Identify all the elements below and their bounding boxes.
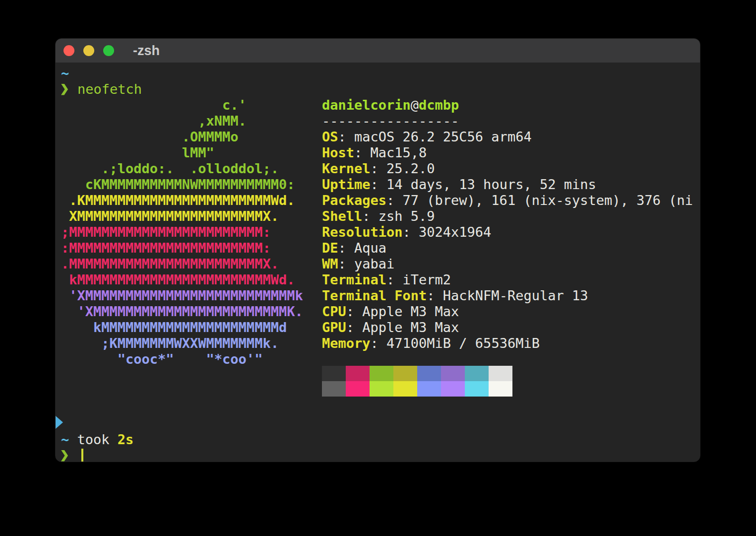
neofetch-ascii-art: c.' ,xNMM. .OMMMMo lMM" .;loddo:. .ollod… <box>61 97 303 367</box>
prompt-chevron-icon <box>61 450 68 462</box>
neofetch-info: danielcorin@dcmbp ----------------- OS: … <box>322 97 698 351</box>
prompt-path: ~ <box>61 66 69 81</box>
info-value: : Aqua <box>338 240 387 256</box>
info-label: Uptime <box>322 177 371 192</box>
at-sign: @ <box>411 97 419 113</box>
info-separator: ----------------- <box>322 113 698 129</box>
info-label: Packages <box>322 193 386 208</box>
user-host-line: danielcorin@dcmbp <box>322 97 698 113</box>
info-value: : zsh 5.9 <box>362 208 435 224</box>
palette-swatch <box>417 366 441 381</box>
info-row: Terminal Font: HackNFM-Regular 13 <box>322 288 698 304</box>
terminal-screen[interactable]: ~ neofetch c.' ,xNMM. .OMMMMo lMM" .;lod… <box>56 63 700 462</box>
info-value: : macOS 26.2 25C56 arm64 <box>338 129 532 144</box>
palette-swatch <box>322 366 346 381</box>
info-row: CPU: Apple M3 Max <box>322 304 698 320</box>
duration-value: 2s <box>118 432 134 447</box>
info-value: : 47100MiB / 65536MiB <box>371 335 540 351</box>
palette-swatch <box>346 381 370 397</box>
info-label: DE <box>322 240 338 256</box>
info-rows: OS: macOS 26.2 25C56 arm64Host: Mac15,8K… <box>322 129 698 351</box>
info-label: Terminal Font <box>322 288 427 303</box>
terminal-window: -zsh ~ neofetch c.' ,xNMM. .OMMMMo lMM" … <box>56 39 700 462</box>
info-row: Shell: zsh 5.9 <box>322 208 698 224</box>
info-value: : HackNFM-Regular 13 <box>427 288 588 303</box>
window-title: -zsh <box>133 39 160 63</box>
palette-swatch <box>393 366 417 381</box>
current-prompt-line <box>61 448 83 462</box>
close-button[interactable] <box>63 45 74 56</box>
info-label: Host <box>322 145 354 160</box>
hostname: dcmbp <box>419 97 459 113</box>
palette-swatch <box>441 381 465 397</box>
info-value: : iTerm2 <box>386 272 451 287</box>
info-row: Host: Mac15,8 <box>322 145 698 161</box>
palette-swatch <box>322 381 346 397</box>
info-value: : 3024x1964 <box>403 224 492 240</box>
art-line: XMMMMMMMMMMMMMMMMMMMMMMMX. <box>61 208 303 224</box>
info-row: Kernel: 25.2.0 <box>322 161 698 177</box>
info-value: : 14 days, 13 hours, 52 mins <box>371 177 596 192</box>
art-line: kMMMMMMMMMMMMMMMMMMMMMMMMWd. <box>61 272 303 288</box>
prompt-chevron-icon <box>61 84 68 95</box>
info-label: Terminal <box>322 272 386 287</box>
text-cursor <box>81 449 83 462</box>
art-line: kMMMMMMMMMMMMMMMMMMMMMMd <box>61 320 303 335</box>
command-mark-icon <box>56 416 63 429</box>
art-line: .MMMMMMMMMMMMMMMMMMMMMMMMX. <box>61 256 303 272</box>
art-line: lMM" <box>61 145 303 161</box>
info-value: : Mac15,8 <box>354 145 427 160</box>
palette-swatch <box>346 366 370 381</box>
info-label: Kernel <box>322 161 371 176</box>
info-row: Packages: 77 (brew), 161 (nix-system), 3… <box>322 193 698 208</box>
art-line: c.' <box>61 97 303 113</box>
art-line: ;KMMMMMMMWXXWMMMMMMMk. <box>61 335 303 351</box>
art-line: cKMMMMMMMMMMNWMMMMMMMMMM0: <box>61 177 303 193</box>
art-line: ,xNMM. <box>61 113 303 129</box>
username: danielcorin <box>322 97 411 113</box>
art-line: 'XMMMMMMMMMMMMMMMMMMMMMMMMK. <box>61 304 303 320</box>
palette-swatch <box>465 366 489 381</box>
palette-swatch <box>370 381 393 397</box>
info-value: : 25.2.0 <box>371 161 435 176</box>
info-label: Shell <box>322 208 362 224</box>
info-value: : Apple M3 Max <box>346 320 459 335</box>
palette-swatch <box>465 381 489 397</box>
titlebar[interactable]: -zsh <box>56 39 700 63</box>
info-row: Terminal: iTerm2 <box>322 272 698 288</box>
command-text: neofetch <box>77 81 142 97</box>
info-row: Uptime: 14 days, 13 hours, 52 mins <box>322 177 698 193</box>
took-path-tilde: ~ <box>61 432 69 447</box>
info-label: Memory <box>322 335 371 351</box>
info-value: : yabai <box>338 256 395 271</box>
took-line: ~ took 2s <box>61 432 133 448</box>
palette-row <box>322 366 512 381</box>
info-label: OS <box>322 129 338 144</box>
info-label: WM <box>322 256 338 271</box>
palette-swatch <box>393 381 417 397</box>
command-line: neofetch <box>61 81 142 97</box>
info-row: Memory: 47100MiB / 65536MiB <box>322 335 698 351</box>
info-row: OS: macOS 26.2 25C56 arm64 <box>322 129 698 145</box>
palette-swatch <box>489 381 512 397</box>
zoom-button[interactable] <box>103 45 114 56</box>
art-line: "cooc*" "*coo'" <box>61 351 303 367</box>
art-line: :MMMMMMMMMMMMMMMMMMMMMMMM: <box>61 240 303 256</box>
palette-swatch <box>441 366 465 381</box>
info-row: DE: Aqua <box>322 240 698 256</box>
palette-swatch <box>417 381 441 397</box>
desktop-background: -zsh ~ neofetch c.' ,xNMM. .OMMMMo lMM" … <box>0 0 756 536</box>
art-line: 'XMMMMMMMMMMMMMMMMMMMMMMMMMMk <box>61 288 303 304</box>
info-label: Resolution <box>322 224 403 240</box>
art-line: .OMMMMo <box>61 129 303 145</box>
info-row: Resolution: 3024x1964 <box>322 224 698 240</box>
took-label: took <box>77 432 110 447</box>
palette-swatch <box>370 366 393 381</box>
minimize-button[interactable] <box>83 45 94 56</box>
palette-row <box>322 381 512 397</box>
art-line: .;loddo:. .olloddol;. <box>61 161 303 177</box>
took-label-wrap: took <box>69 432 118 447</box>
info-label: CPU <box>322 304 346 319</box>
info-label: GPU <box>322 320 346 335</box>
palette-swatch <box>489 366 512 381</box>
